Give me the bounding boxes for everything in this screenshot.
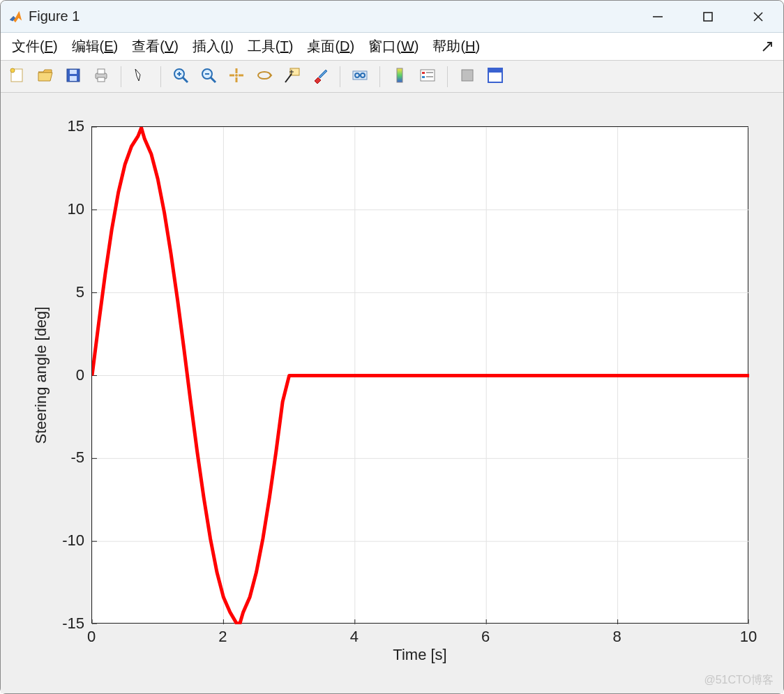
insert-legend-icon <box>419 66 437 87</box>
svg-point-19 <box>235 74 238 77</box>
watermark: @51CTO博客 <box>704 673 774 688</box>
y-tick-label: -5 <box>70 448 84 467</box>
axes[interactable] <box>91 126 748 624</box>
window-controls <box>633 1 783 32</box>
insert-legend-button[interactable] <box>415 64 440 89</box>
save-button[interactable] <box>61 64 86 89</box>
new-figure-icon <box>8 66 27 87</box>
x-tick-label: 6 <box>481 628 490 646</box>
x-tick-label: 4 <box>350 628 359 646</box>
insert-colorbar-button[interactable] <box>387 64 412 89</box>
svg-line-22 <box>285 74 292 82</box>
undock-icon[interactable] <box>761 40 774 53</box>
svg-rect-35 <box>462 70 473 81</box>
svg-rect-37 <box>488 68 502 73</box>
open-icon <box>36 66 54 87</box>
close-button[interactable] <box>733 1 783 32</box>
link-plot-button[interactable] <box>347 64 372 89</box>
y-tick-label: -15 <box>62 614 84 633</box>
svg-rect-32 <box>422 76 425 78</box>
y-tick-label: 0 <box>76 366 84 384</box>
menu-e[interactable]: 编辑(E) <box>65 36 126 57</box>
zoom-in-icon <box>172 66 190 87</box>
svg-point-5 <box>10 68 15 73</box>
zoom-in-button[interactable] <box>168 64 193 89</box>
link-plot-icon <box>351 66 369 87</box>
brush-button[interactable] <box>308 64 333 89</box>
dock-figure-icon <box>486 66 504 87</box>
insert-colorbar-icon <box>391 66 409 87</box>
y-tick-label: 10 <box>68 200 84 218</box>
y-tick-label: -10 <box>62 531 84 550</box>
menubar: 文件(F)编辑(E)查看(V)插入(I)工具(T)桌面(D)窗口(W)帮助(H) <box>1 33 783 61</box>
svg-rect-8 <box>70 76 77 81</box>
svg-rect-11 <box>98 77 105 82</box>
menu-f[interactable]: 文件(F) <box>5 36 65 57</box>
edit-plot-button[interactable] <box>128 64 153 89</box>
svg-rect-7 <box>70 70 77 74</box>
hide-tools-button[interactable] <box>455 64 480 89</box>
svg-rect-30 <box>421 70 435 81</box>
brush-icon <box>311 66 329 87</box>
dock-figure-button[interactable] <box>483 64 508 89</box>
svg-rect-10 <box>98 69 105 74</box>
matlab-icon <box>8 9 23 24</box>
x-axis-label: Time [s] <box>393 646 446 664</box>
edit-plot-icon <box>132 66 150 87</box>
print-icon <box>92 66 110 87</box>
open-button[interactable] <box>33 64 58 89</box>
new-figure-button[interactable] <box>5 64 30 89</box>
rotate3d-icon <box>255 66 273 87</box>
print-button[interactable] <box>89 64 114 89</box>
toolbar <box>1 61 783 93</box>
menu-h[interactable]: 帮助(H) <box>425 36 487 57</box>
data-cursor-button[interactable] <box>280 64 305 89</box>
save-icon <box>64 66 82 87</box>
svg-rect-1 <box>704 13 712 21</box>
figure-window: Figure 1 文件(F)编辑(E)查看(V)插入(I)工具(T)桌面(D)窗… <box>0 0 784 694</box>
minimize-button[interactable] <box>633 1 683 32</box>
svg-rect-31 <box>422 72 425 74</box>
svg-rect-29 <box>397 68 402 82</box>
maximize-button[interactable] <box>683 1 733 32</box>
svg-line-13 <box>183 77 188 82</box>
pan-icon <box>227 66 246 87</box>
menu-d[interactable]: 桌面(D) <box>300 36 361 57</box>
y-tick-label: 15 <box>68 117 84 135</box>
x-tick-label: 10 <box>740 628 757 646</box>
zoom-out-button[interactable] <box>196 64 221 89</box>
titlebar: Figure 1 <box>1 1 783 33</box>
menu-t[interactable]: 工具(T) <box>241 36 301 57</box>
zoom-out-icon <box>199 66 218 87</box>
figure-area: Steering angle [deg]Time [s]0246810-15-1… <box>1 93 783 693</box>
window-title: Figure 1 <box>29 8 80 24</box>
x-tick-label: 2 <box>218 628 227 646</box>
y-axis-label: Steering angle [deg] <box>32 306 50 444</box>
menu-w[interactable]: 窗口(W) <box>361 36 425 57</box>
menu-i[interactable]: 插入(I) <box>186 36 241 57</box>
menu-v[interactable]: 查看(V) <box>125 36 186 57</box>
hide-tools-icon <box>458 66 476 87</box>
axes-wrap: Steering angle [deg]Time [s]0246810-15-1… <box>29 121 755 665</box>
data-cursor-icon <box>283 66 301 87</box>
svg-point-20 <box>258 72 271 79</box>
rotate3d-button[interactable] <box>252 64 277 89</box>
svg-line-17 <box>211 77 216 82</box>
x-tick-label: 0 <box>87 628 96 646</box>
x-tick-label: 8 <box>612 628 621 646</box>
y-tick-label: 5 <box>76 283 84 301</box>
pan-button[interactable] <box>224 64 249 89</box>
